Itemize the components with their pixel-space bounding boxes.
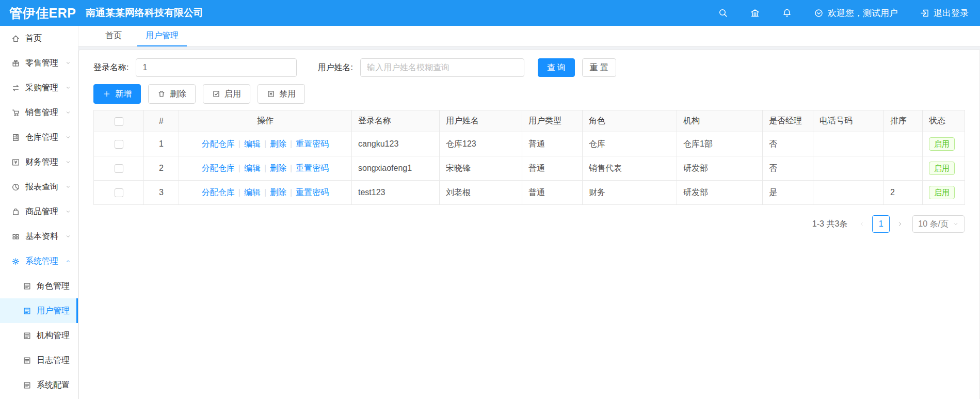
next-page-button[interactable] (893, 217, 907, 231)
cell-phone (813, 156, 884, 181)
header-actions: 欢迎您，测试用户 退出登录 (696, 7, 980, 19)
sidebar-item[interactable]: 基本资料 (0, 224, 78, 249)
x-square-icon (267, 90, 275, 98)
sidebar-item[interactable]: 采购管理 (0, 75, 78, 100)
chevron-down-icon (953, 221, 959, 227)
select-all-checkbox[interactable] (115, 117, 123, 126)
row-checkbox[interactable] (115, 140, 123, 149)
login-name-label: 登录名称: (93, 62, 128, 73)
reset-button[interactable]: 重 置 (582, 58, 616, 77)
op-link[interactable]: 重置密码 (296, 139, 329, 148)
bell-icon[interactable] (782, 8, 792, 18)
chevron-down-icon (65, 159, 71, 165)
logout-button[interactable]: 退出登录 (920, 7, 969, 19)
row-checkbox[interactable] (115, 188, 123, 197)
logout-label: 退出登录 (934, 7, 969, 19)
cell-status: 启用 (923, 181, 965, 205)
disable-button[interactable]: 禁用 (258, 84, 305, 104)
sidebar-item[interactable]: 系统管理 (0, 249, 78, 274)
add-button[interactable]: 新增 (93, 84, 141, 104)
sidebar-item[interactable]: 仓库管理 (0, 125, 78, 150)
status-badge[interactable]: 启用 (929, 137, 955, 151)
op-link[interactable]: 编辑 (244, 164, 261, 172)
cell-type: 普通 (522, 156, 583, 181)
cell-manager: 否 (763, 156, 813, 181)
op-link[interactable]: 重置密码 (296, 188, 329, 197)
query-button[interactable]: 查 询 (538, 58, 575, 77)
sidebar-item[interactable]: 零售管理 (0, 51, 78, 75)
op-link[interactable]: 分配仓库 (202, 139, 235, 148)
cell-role: 仓库 (583, 132, 677, 156)
cell-status: 启用 (923, 156, 965, 181)
user-table: #操作登录名称用户姓名用户类型角色机构是否经理电话号码排序状态 1分配仓库|编辑… (93, 110, 965, 205)
column-header: 排序 (884, 110, 923, 132)
status-badge[interactable]: 启用 (929, 162, 955, 175)
current-page-button[interactable]: 1 (872, 215, 890, 233)
op-link[interactable]: 删除 (270, 164, 286, 172)
sidebar-item[interactable]: 财务管理 (0, 150, 78, 174)
tab-user-management[interactable]: 用户管理 (137, 26, 187, 46)
row-checkbox[interactable] (115, 164, 123, 173)
sidebar-item[interactable]: 首页 (0, 26, 78, 51)
delete-button[interactable]: 删除 (148, 84, 196, 104)
op-link[interactable]: 分配仓库 (202, 188, 235, 197)
search-icon[interactable] (718, 8, 728, 18)
logout-icon (920, 8, 929, 18)
op-link[interactable]: 删除 (270, 139, 286, 148)
top-header: 管伊佳ERP 南通某某网络科技有限公司 欢迎您，测试用户 退出登录 (0, 0, 980, 26)
sidebar-item-label: 基本资料 (25, 231, 58, 242)
page-size-select[interactable]: 10 条/页 (912, 215, 965, 233)
sidebar-menu: 首页零售管理采购管理销售管理仓库管理财务管理报表查询商品管理基本资料系统管理角色… (0, 26, 78, 397)
warehouse-icon (11, 133, 20, 142)
column-header: # (144, 110, 179, 132)
cell-operations: 分配仓库|编辑|删除|重置密码 (179, 132, 352, 156)
pagination-total: 1-3 共3条 (812, 219, 847, 230)
prev-page-button[interactable] (855, 217, 869, 231)
page-size-label: 10 条/页 (918, 219, 949, 230)
sidebar-subitem[interactable]: 系统配置 (0, 373, 78, 397)
op-link[interactable]: 编辑 (244, 139, 261, 148)
home-icon (11, 34, 20, 43)
column-header: 用户类型 (522, 110, 583, 132)
sidebar-item-label: 系统管理 (25, 256, 58, 267)
plus-icon (103, 90, 111, 98)
cell-role: 销售代表 (583, 156, 677, 181)
sidebar-item[interactable]: 报表查询 (0, 174, 78, 199)
user-menu[interactable]: 欢迎您，测试用户 (814, 7, 898, 19)
sidebar-subitem[interactable]: 机构管理 (0, 323, 78, 348)
bank-icon[interactable] (750, 8, 760, 18)
sidebar-item-label: 销售管理 (25, 107, 58, 118)
row-select-cell (94, 156, 144, 181)
cell-org: 仓库1部 (677, 132, 763, 156)
op-link[interactable]: 编辑 (244, 188, 261, 197)
tab-label: 首页 (105, 30, 122, 41)
column-header: 登录名称 (352, 110, 440, 132)
cell-operations: 分配仓库|编辑|删除|重置密码 (179, 156, 352, 181)
cell-org: 研发部 (677, 156, 763, 181)
cell-role: 财务 (583, 181, 677, 205)
link-separator: | (238, 164, 240, 172)
op-link[interactable]: 重置密码 (296, 164, 329, 172)
sidebar-subitem[interactable]: 角色管理 (0, 274, 78, 298)
table-header-row: #操作登录名称用户姓名用户类型角色机构是否经理电话号码排序状态 (94, 110, 965, 132)
status-badge[interactable]: 启用 (929, 186, 955, 199)
sidebar-item-label: 报表查询 (25, 182, 58, 193)
chevron-down-icon (65, 60, 71, 66)
sales-icon (11, 108, 20, 117)
trash-icon (157, 90, 166, 98)
enable-button[interactable]: 启用 (203, 84, 250, 104)
sidebar-item[interactable]: 销售管理 (0, 100, 78, 125)
column-header: 角色 (583, 110, 677, 132)
link-separator: | (264, 188, 266, 197)
sidebar-item[interactable]: 商品管理 (0, 199, 78, 224)
tab-home[interactable]: 首页 (97, 26, 130, 46)
retail-icon (11, 59, 20, 68)
op-link[interactable]: 删除 (270, 188, 286, 197)
user-name-input[interactable] (360, 58, 524, 77)
op-link[interactable]: 分配仓库 (202, 164, 235, 172)
login-name-input[interactable] (136, 58, 297, 77)
sidebar-subitem[interactable]: 日志管理 (0, 348, 78, 373)
sidebar-subitem[interactable]: 用户管理 (0, 298, 78, 323)
doc-icon (23, 307, 31, 315)
welcome-text: 欢迎您，测试用户 (828, 7, 898, 19)
